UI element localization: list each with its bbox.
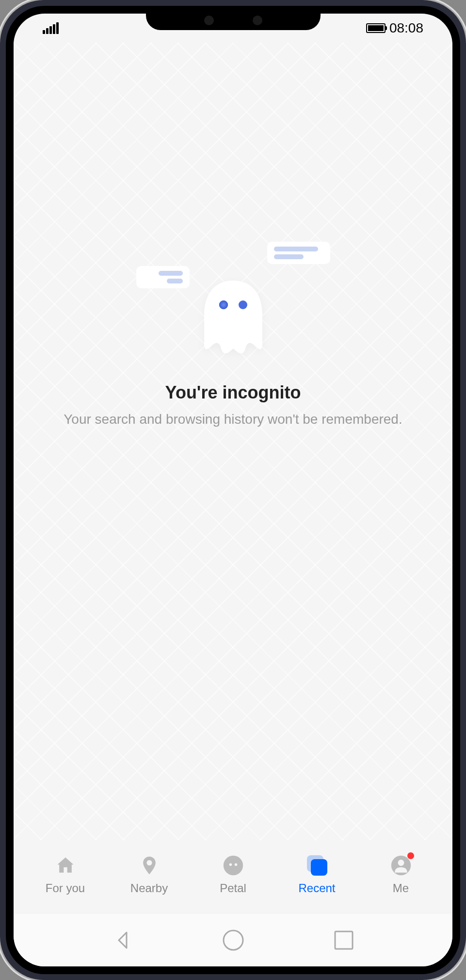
phone-bezel: 08:08 (6, 6, 460, 974)
incognito-illustration (165, 247, 301, 353)
system-nav-bar (14, 913, 452, 966)
svg-rect-9 (335, 931, 353, 949)
recent-icon (305, 853, 329, 878)
nav-label: Recent (298, 881, 335, 895)
svg-point-7 (398, 860, 404, 866)
page-title: You're incognito (165, 382, 301, 403)
notification-badge (407, 852, 414, 859)
home-icon (53, 853, 78, 878)
nav-petal[interactable]: Petal (204, 853, 262, 895)
svg-point-3 (223, 856, 242, 875)
bottom-nav: For you Nearby Petal (14, 840, 452, 913)
back-button[interactable] (111, 929, 134, 952)
svg-point-4 (229, 863, 232, 866)
nav-for-you[interactable]: For you (36, 853, 95, 895)
profile-icon (389, 853, 413, 878)
svg-point-2 (239, 300, 247, 309)
phone-frame: 08:08 (0, 0, 466, 980)
status-right: 08:08 (366, 20, 423, 36)
svg-point-5 (234, 863, 237, 866)
pin-icon (137, 853, 161, 878)
battery-icon (366, 23, 386, 33)
signal-icon (43, 22, 59, 34)
svg-point-1 (219, 300, 228, 309)
nav-recent[interactable]: Recent (288, 853, 346, 895)
page-subtitle: Your search and browsing history won't b… (44, 412, 421, 427)
notch (146, 6, 321, 30)
nav-me[interactable]: Me (372, 853, 430, 895)
svg-point-8 (224, 930, 243, 950)
speech-bubble-icon (267, 242, 330, 264)
nav-label: Me (393, 881, 409, 895)
ghost-icon (194, 276, 272, 353)
petal-icon (221, 853, 245, 878)
nav-nearby[interactable]: Nearby (120, 853, 178, 895)
nav-label: For you (46, 881, 85, 895)
speech-bubble-icon (136, 266, 190, 288)
overview-button[interactable] (332, 929, 355, 952)
home-button[interactable] (222, 929, 245, 952)
nav-label: Petal (220, 881, 246, 895)
clock: 08:08 (389, 20, 423, 36)
screen: 08:08 (14, 14, 452, 966)
nav-label: Nearby (130, 881, 168, 895)
main-content: You're incognito Your search and browsin… (14, 43, 452, 840)
